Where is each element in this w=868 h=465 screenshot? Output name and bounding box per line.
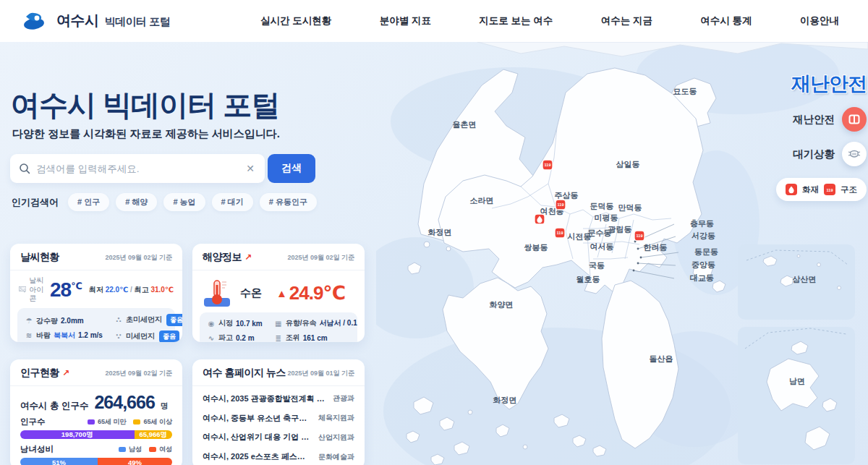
umbrella-icon: ☂ — [25, 317, 33, 325]
broken-image-icon — [19, 285, 26, 294]
search-tag[interactable]: # 해양 — [116, 193, 157, 211]
map-region-label: 쌍봉동 — [524, 243, 548, 252]
weather-icon-alt1: 날씨 — [29, 276, 44, 286]
fire-marker-icon[interactable] — [535, 214, 545, 224]
hero-section: 충무동서강동동문동중앙동대교동 묘도동율촌면삼일동소라면주삼동둔덕동만덕동미평동… — [0, 42, 868, 465]
logo-title: 여수시 — [56, 11, 99, 30]
map-callout-label: 중앙동 — [692, 260, 715, 269]
search-tag[interactable]: # 대기 — [212, 193, 253, 211]
legend-entry: 65세 미만 — [88, 417, 127, 427]
main-nav: 실시간 도시현황 분야별 지표 지도로 보는 여수 여수는 지금 여수시 통계 … — [260, 14, 846, 27]
population-card-date: 2025년 09월 02일 기준 — [105, 369, 172, 378]
gender-ratio-bar: 51%49% — [20, 458, 172, 465]
svg-text:119: 119 — [558, 202, 564, 207]
total-population-unit: 명 — [161, 401, 169, 411]
thermometer-icon — [203, 278, 231, 308]
ocean-card-header: 해양정보 ↗ 2025년 09월 02일 기준 — [192, 244, 365, 270]
total-population-row: 여수시 총 인구수 264,666 명 — [10, 386, 182, 414]
rescue-119-marker-icon[interactable]: 119 — [634, 231, 644, 241]
news-item-title: 여수시, 중등부 유소년 축구단 '여수… — [203, 413, 312, 424]
weather-main: 날씨 아이콘 28℃ 최저 22.0℃ / 최고 31.0℃ — [10, 270, 182, 307]
pm10-status-badge: 좋음 — [159, 330, 179, 343]
nav-yeosu-stats[interactable]: 여수시 통계 — [700, 14, 752, 27]
news-item-dept: 산업지원과 — [318, 432, 354, 443]
map-region-label: 월호동 — [576, 275, 600, 283]
svg-text:119: 119 — [637, 234, 643, 238]
gender-bar-label: 남녀성비 — [20, 444, 54, 455]
wind-icon: ≋ — [25, 331, 33, 339]
popular-search-row: 인기검색어 # 인구# 해양# 농업# 대기# 유동인구 — [12, 193, 317, 211]
fire-legend-label: 화재 — [802, 184, 819, 195]
news-item-title: 여수시, 2025 e스포츠 페스티벌 결… — [203, 451, 312, 462]
nav-sector-indicators[interactable]: 분야별 지표 — [380, 14, 431, 27]
air-mask-icon[interactable] — [842, 142, 867, 166]
news-card[interactable]: 여수 홈페이지 뉴스 2025년 09월 01일 기준 여수시, 2035 관광… — [192, 359, 365, 465]
population-card-title: 인구현황 — [20, 367, 59, 380]
search-tag[interactable]: # 유동인구 — [260, 193, 317, 211]
logo[interactable]: 여수시 빅데이터 포털 — [22, 11, 170, 31]
tide-icon: ≣ — [274, 334, 283, 342]
weather-icon-placeholder: 날씨 아이콘 — [19, 276, 44, 304]
age-distribution-bar: 198,700명65,966명 — [20, 430, 172, 439]
search-input[interactable] — [36, 163, 244, 174]
popular-search-label: 인기검색어 — [12, 196, 59, 209]
nav-map-yeosu[interactable]: 지도로 보는 여수 — [479, 14, 553, 27]
nav-user-guide[interactable]: 이용안내 — [800, 14, 839, 27]
ocean-detail-panel: ◉시정10.7 km ∿파고0.2 m ▦유향/유속서남서 / 0.1 ≣조위1… — [200, 312, 357, 342]
map-region-label: 주삼동 — [555, 191, 579, 200]
wave-icon: ∿ — [207, 334, 216, 342]
air-status-toggle[interactable]: 대기상황 — [793, 142, 867, 166]
legend-entry: 65세 이상 — [133, 417, 172, 427]
disaster-safety-toggle[interactable]: 재난안전 — [793, 107, 867, 132]
map-region-label: 율촌면 — [453, 120, 477, 129]
news-item[interactable]: 여수시, 중등부 유소년 축구단 '여수…체육지원과 — [203, 413, 354, 424]
search-button[interactable]: 검색 — [268, 154, 315, 183]
map-region-label: 남면 — [789, 377, 805, 385]
svg-text:119: 119 — [557, 231, 563, 235]
disaster-safety-title: 재난안전 — [791, 71, 867, 97]
disaster-icon[interactable] — [842, 107, 867, 132]
weather-card[interactable]: 날씨현황 2025년 09월 02일 기준 날씨 아이콘 — [10, 244, 182, 342]
dust-icon: ∵ — [114, 333, 123, 341]
news-item[interactable]: 여수시, 산업위기 대응 기업 운영자…산업지원과 — [203, 432, 354, 443]
bar-segment: 49% — [98, 458, 172, 465]
news-item[interactable]: 여수시, 2035 관광종합발전계획 최…관광과 — [203, 393, 354, 404]
rescue-119-marker-icon[interactable]: 119 — [542, 160, 553, 170]
search-clear-icon[interactable]: ✕ — [244, 163, 256, 174]
disaster-label: 재난안전 — [793, 113, 835, 127]
nav-yeosu-now[interactable]: 여수는 지금 — [601, 14, 652, 27]
search-tag[interactable]: # 농업 — [163, 193, 205, 211]
ocean-card[interactable]: 해양정보 ↗ 2025년 09월 02일 기준 수온 ▲ 2 — [192, 244, 365, 342]
map-region-label: 여서동 — [590, 242, 614, 251]
rescue-119-icon: 119 — [824, 184, 835, 195]
news-item-dept: 체육지원과 — [318, 413, 354, 423]
wind-row: ≋바람북북서1.2 m/s — [25, 330, 103, 341]
news-item-dept: 관광과 — [333, 393, 354, 404]
search-bar: ✕ 검색 — [10, 154, 315, 183]
map-region-label: 만덕동 — [618, 203, 642, 212]
map-region-label: 한려동 — [644, 243, 668, 252]
external-link-icon[interactable]: ↗ — [244, 252, 252, 263]
legend-entry: 여성 — [149, 445, 172, 454]
bar-segment: 65,966명 — [135, 430, 173, 439]
pm25-row: ∴초미세먼지좋음 — [114, 314, 182, 326]
news-item[interactable]: 여수시, 2025 e스포츠 페스티벌 결…문화예술과 — [203, 451, 354, 462]
top-navigation-bar: 여수시 빅데이터 포털 실시간 도시현황 분야별 지표 지도로 보는 여수 여수… — [0, 0, 868, 42]
weather-detail-panel: ☂강수량2.0mm ≋바람북북서1.2 m/s ∴초미세먼지좋음 ∵미세먼지좋음 — [17, 308, 175, 343]
news-list: 여수시, 2035 관광종합발전계획 최…관광과여수시, 중등부 유소년 축구단… — [192, 386, 365, 465]
bar-segment: 51% — [20, 458, 98, 465]
weather-card-date: 2025년 09월 02일 기준 — [105, 253, 172, 263]
external-link-icon[interactable]: ↗ — [62, 368, 69, 378]
search-tag[interactable]: # 인구 — [68, 193, 109, 211]
nav-realtime-city[interactable]: 실시간 도시현황 — [260, 14, 331, 27]
ocean-card-date: 2025년 09월 02일 기준 — [287, 253, 354, 263]
news-item-dept: 문화예술과 — [318, 452, 354, 462]
rescue-119-marker-icon[interactable]: 119 — [556, 200, 566, 210]
population-card[interactable]: 인구현황 ↗ 2025년 09월 02일 기준 여수시 총 인구수 264,66… — [10, 359, 182, 465]
map-region-label: 화정면 — [493, 396, 517, 404]
map-region-label: 광림동 — [608, 225, 632, 234]
map-region-label: 국동 — [589, 261, 605, 270]
current-row: ▦유향/유속서남서 / 0.1 — [274, 318, 357, 328]
pm25-status-badge: 좋음 — [166, 314, 182, 326]
rescue-119-marker-icon[interactable]: 119 — [555, 228, 565, 238]
